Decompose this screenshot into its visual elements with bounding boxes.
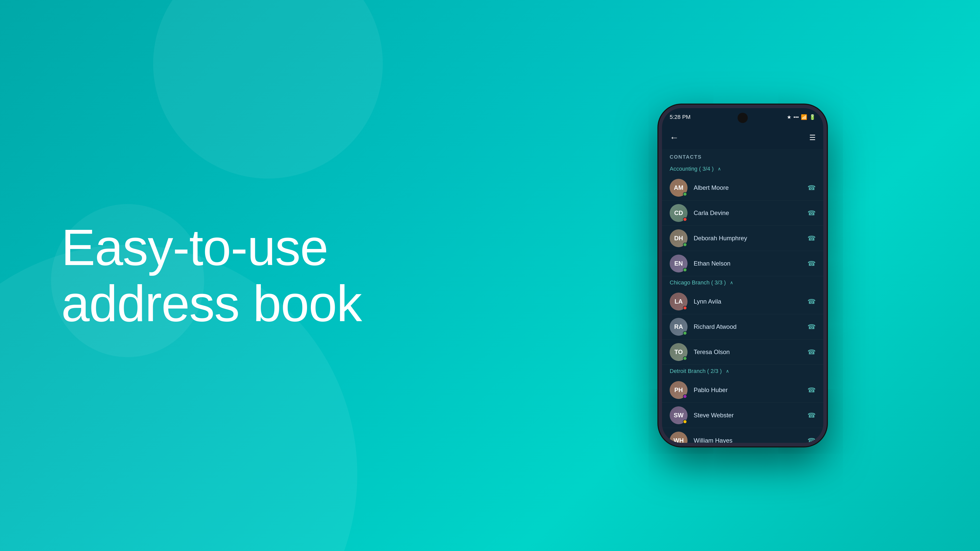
phone-body: 5:28 PM ★ ••• 📶 🔋 ← ☰ CONTACTS Accountin… (659, 105, 827, 446)
group-chicago-branch[interactable]: Chicago Branch ( 3/3 ) ∧ (662, 276, 823, 289)
avatar-img: WH (670, 432, 687, 443)
call-button[interactable]: ☎ (808, 323, 816, 331)
status-dot-yellow (683, 420, 687, 424)
front-camera (738, 113, 748, 123)
bluetooth-icon: ★ (787, 114, 791, 120)
avatar-richard-atwood: RA (670, 318, 687, 336)
contact-row-ethan-nelson[interactable]: EN Ethan Nelson ☎ (662, 251, 823, 276)
status-dot-green (683, 192, 687, 196)
contact-name: William Hayes (694, 437, 808, 443)
contact-name: Lynn Avila (694, 298, 808, 305)
avatar-steve-webster: SW (670, 407, 687, 424)
phone-mockup: 5:28 PM ★ ••• 📶 🔋 ← ☰ CONTACTS Accountin… (659, 105, 827, 446)
chevron-up-icon: ∧ (726, 368, 729, 374)
power-button (826, 179, 827, 205)
call-button[interactable]: ☎ (808, 260, 816, 268)
contacts-area: CONTACTS Accounting ( 3/4 ) ∧ AM Albert … (662, 149, 823, 443)
avatar-teresa-olson: TO (670, 343, 687, 361)
signal-icon: ••• (794, 114, 799, 120)
contact-row-teresa-olson[interactable]: TO Teresa Olson ☎ (662, 340, 823, 365)
contact-row-william-hayes[interactable]: WH William Hayes ☎ (662, 428, 823, 443)
contact-row-deborah-humphrey[interactable]: DH Deborah Humphrey ☎ (662, 226, 823, 251)
avatar-pablo-huber: PH (670, 381, 687, 399)
contact-row-carla-devine[interactable]: CD Carla Devine ☎ (662, 200, 823, 226)
bg-decor-circle-2 (153, 0, 383, 179)
status-dot-green (683, 243, 687, 247)
call-button[interactable]: ☎ (808, 184, 816, 192)
battery-icon: 🔋 (809, 114, 816, 120)
contact-row-pablo-huber[interactable]: PH Pablo Huber ☎ (662, 378, 823, 403)
contact-name: Albert Moore (694, 184, 808, 191)
group-chicago-label: Chicago Branch ( 3/3 ) (670, 279, 726, 286)
contact-row-lynn-avila[interactable]: LA Lynn Avila ☎ (662, 289, 823, 314)
avatar-deborah-humphrey: DH (670, 229, 687, 247)
call-button[interactable]: ☎ (808, 411, 816, 419)
group-accounting[interactable]: Accounting ( 3/4 ) ∧ (662, 162, 823, 175)
hero-line2: address book (61, 275, 362, 332)
contact-name: Carla Devine (694, 210, 808, 217)
avatar-lynn-avila: LA (670, 292, 687, 310)
avatar-carla-devine: CD (670, 204, 687, 222)
status-icons: ★ ••• 📶 🔋 (787, 114, 816, 120)
group-detroit-branch[interactable]: Detroit Branch ( 2/3 ) ∧ (662, 365, 823, 378)
wifi-icon: 📶 (801, 114, 807, 120)
contact-name: Deborah Humphrey (694, 235, 808, 242)
call-button[interactable]: ☎ (808, 209, 816, 217)
side-button-2 (826, 215, 827, 230)
status-dot-red (683, 306, 687, 310)
group-detroit-label: Detroit Branch ( 2/3 ) (670, 368, 722, 375)
status-dot-green (683, 268, 687, 272)
volume-button (659, 195, 659, 228)
app-bar: ← ☰ (662, 126, 823, 149)
chevron-up-icon: ∧ (730, 280, 733, 286)
contact-name: Richard Atwood (694, 323, 808, 330)
hero-section: Easy-to-use address book (61, 219, 362, 332)
contact-name: Teresa Olson (694, 348, 808, 356)
status-dot-green (683, 356, 687, 360)
contact-name: Pablo Huber (694, 386, 808, 394)
back-button[interactable]: ← (670, 132, 679, 143)
contact-row-richard-atwood[interactable]: RA Richard Atwood ☎ (662, 314, 823, 340)
contact-row-albert-moore[interactable]: AM Albert Moore ☎ (662, 175, 823, 200)
call-button[interactable]: ☎ (808, 234, 816, 242)
status-dot-red (683, 218, 687, 221)
contact-row-steve-webster[interactable]: SW Steve Webster ☎ (662, 403, 823, 428)
contacts-label: CONTACTS (662, 149, 823, 162)
call-button[interactable]: ☎ (808, 348, 816, 356)
filter-button[interactable]: ☰ (809, 133, 816, 142)
hero-title: Easy-to-use address book (61, 219, 362, 332)
avatar-albert-moore: AM (670, 179, 687, 197)
call-button[interactable]: ☎ (808, 298, 816, 306)
chevron-up-icon: ∧ (718, 166, 721, 171)
contact-name: Ethan Nelson (694, 260, 808, 267)
status-dot-green (683, 331, 687, 335)
contact-name: Steve Webster (694, 412, 808, 419)
status-time: 5:28 PM (670, 114, 690, 121)
avatar-ethan-nelson: EN (670, 254, 687, 272)
group-accounting-label: Accounting ( 3/4 ) (670, 165, 714, 172)
hero-line1: Easy-to-use (61, 219, 328, 276)
call-button[interactable]: ☎ (808, 437, 816, 443)
avatar-william-hayes: WH (670, 432, 687, 443)
status-dot-purple (683, 394, 687, 399)
call-button[interactable]: ☎ (808, 386, 816, 394)
